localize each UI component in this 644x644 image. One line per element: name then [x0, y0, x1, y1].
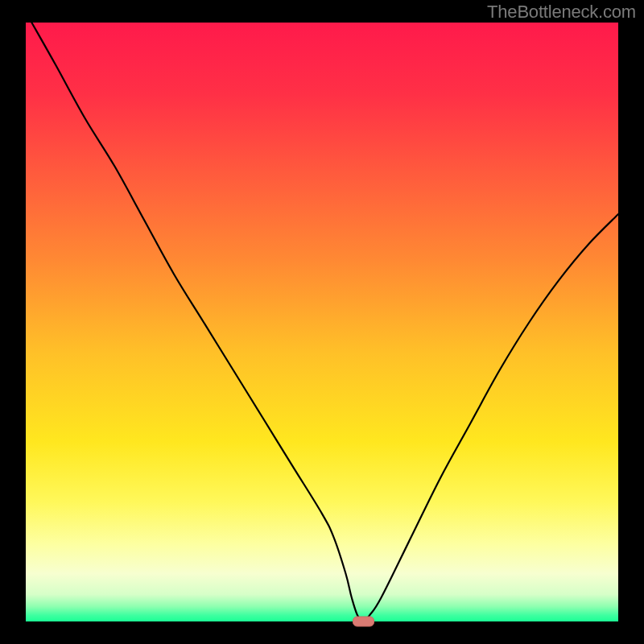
minimum-marker	[353, 617, 374, 626]
bottleneck-chart	[0, 0, 644, 644]
chart-frame: TheBottleneck.com	[0, 0, 644, 644]
